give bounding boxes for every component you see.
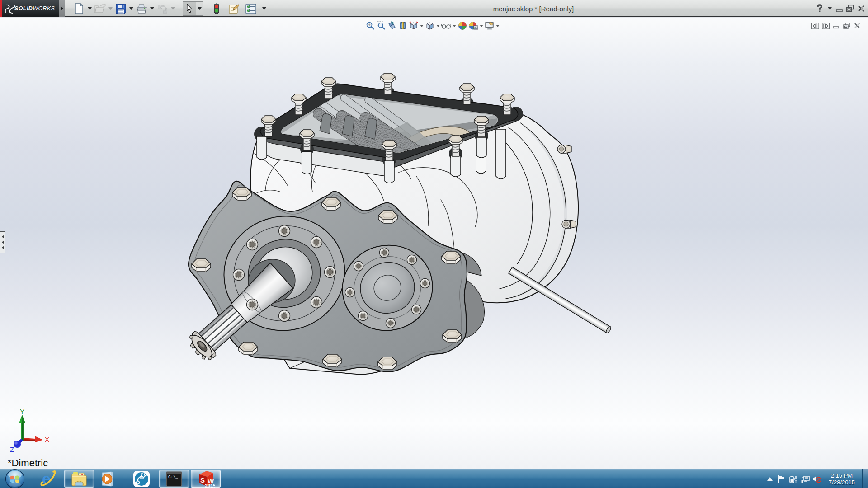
solidworks-ds-icon — [4, 3, 15, 15]
new-caret[interactable] — [86, 2, 93, 15]
restore-icon — [846, 5, 854, 13]
sw-letter-s: S — [200, 476, 205, 484]
view-orientation-caret[interactable] — [419, 20, 425, 31]
apply-scene-icon — [469, 21, 478, 30]
save-caret[interactable] — [127, 2, 135, 15]
view-orientation-button[interactable] — [408, 20, 419, 31]
battery-plug-icon — [789, 475, 797, 483]
brand-text: SOLIDWORKS — [14, 5, 55, 12]
triad-y-label: Y — [20, 408, 24, 415]
zoom-to-fit-button[interactable] — [365, 20, 376, 31]
taskbar: e — [0, 469, 868, 488]
brand-flyout-arrow[interactable] — [59, 0, 65, 17]
start-button[interactable] — [0, 470, 30, 488]
media-player-icon — [99, 470, 117, 488]
taskbar-item-command-prompt[interactable]: C:\_ — [159, 470, 189, 488]
action-center-button[interactable] — [776, 469, 788, 488]
titlebar: SOLIDWORKS — [0, 0, 868, 17]
gearbox-model[interactable] — [184, 73, 612, 375]
flyout-triangle-icon — [60, 6, 64, 11]
help-icon — [816, 4, 823, 13]
select-tool-combo — [183, 1, 203, 16]
rebuild-button[interactable] — [210, 2, 223, 15]
taskbar-item-internet-explorer[interactable]: e — [34, 470, 61, 488]
select-cursor-icon — [186, 4, 193, 13]
doc-minimize-button[interactable] — [831, 22, 841, 30]
options-button[interactable] — [244, 2, 258, 15]
featuretree-collapsed-tab[interactable] — [0, 231, 5, 253]
network-icon — [801, 475, 810, 483]
traffic-light-icon — [214, 3, 219, 14]
headsup-toolbar — [365, 20, 500, 32]
minimize-button[interactable] — [834, 5, 844, 13]
restore-button[interactable] — [844, 5, 855, 13]
doc-pin-right-button[interactable] — [821, 22, 831, 30]
view-orientation-label: *Dimetric — [8, 457, 48, 469]
collapse-arrow-icon — [2, 240, 4, 244]
hide-show-items-button[interactable] — [441, 20, 452, 31]
file-properties-icon — [228, 4, 239, 14]
brand-red-stripe — [0, 0, 2, 17]
select-button[interactable] — [183, 2, 196, 15]
open-caret[interactable] — [107, 2, 114, 15]
brand-solid: SOLID — [14, 5, 33, 12]
edit-appearance-button[interactable] — [457, 20, 468, 31]
graphics-viewport[interactable]: Y X Z *Dimetric — [0, 18, 868, 469]
save-button[interactable] — [114, 2, 127, 15]
hide-show-items-caret[interactable] — [452, 20, 457, 31]
doc-close-button[interactable] — [852, 22, 862, 30]
section-view-icon — [398, 21, 407, 30]
zoom-to-area-button[interactable] — [376, 20, 387, 31]
taskbar-item-windows-explorer[interactable] — [64, 470, 94, 488]
close-button[interactable] — [855, 5, 867, 12]
view-settings-button[interactable] — [484, 20, 495, 31]
display-style-caret[interactable] — [435, 20, 441, 31]
previous-view-icon — [387, 21, 397, 30]
view-orientation-icon — [409, 21, 419, 30]
network-button[interactable] — [799, 469, 811, 488]
show-desktop-button[interactable] — [862, 469, 868, 488]
show-hidden-icons-button[interactable] — [764, 469, 776, 488]
new-button[interactable] — [72, 2, 86, 15]
help-button[interactable] — [814, 4, 826, 13]
options-caret[interactable] — [260, 2, 268, 15]
speaker-muted-icon — [812, 475, 821, 483]
caret-down-icon — [171, 7, 175, 10]
window-title: menjac sklop * [Read-only] — [434, 0, 633, 17]
taskbar-item-solidworks[interactable]: S W 2015 — [191, 470, 221, 488]
window-controls — [814, 0, 867, 17]
apply-scene-caret[interactable] — [479, 20, 484, 31]
volume-button[interactable] — [811, 469, 823, 488]
taskbar-item-media-player[interactable] — [94, 470, 121, 488]
select-caret[interactable] — [196, 2, 203, 15]
save-floppy-icon — [116, 4, 126, 14]
caret-down-icon — [262, 7, 266, 10]
section-view-button[interactable] — [397, 20, 408, 31]
print-button[interactable] — [135, 2, 148, 15]
power-button[interactable] — [788, 469, 799, 488]
doc-pin-left-button[interactable] — [810, 22, 821, 30]
display-style-button[interactable] — [425, 20, 435, 31]
clock-time: 2:15 PM — [823, 472, 861, 479]
minimize-icon — [833, 23, 840, 29]
collapse-arrow-icon — [2, 246, 4, 249]
file-properties-button[interactable] — [227, 2, 241, 15]
doc-restore-button[interactable] — [841, 22, 852, 30]
print-caret[interactable] — [148, 2, 156, 15]
taskbar-clock[interactable]: 2:15 PM 7/28/2015 — [823, 472, 861, 486]
previous-view-button[interactable] — [387, 20, 397, 31]
undo-arrow-icon — [157, 4, 168, 14]
taskbar-item-composer[interactable] — [128, 470, 155, 488]
sw-year: 2015 — [205, 483, 215, 488]
collapse-arrow-icon — [2, 235, 4, 239]
view-settings-caret[interactable] — [495, 20, 500, 31]
caret-down-icon — [453, 25, 456, 27]
triad-z-label: Z — [10, 446, 14, 453]
apply-scene-button[interactable] — [468, 20, 479, 31]
help-caret[interactable] — [826, 7, 834, 10]
caret-down-icon — [496, 25, 500, 27]
solidworks-logo: SOLIDWORKS — [0, 0, 59, 17]
open-button[interactable] — [93, 2, 107, 15]
undo-button[interactable] — [156, 2, 169, 15]
undo-caret[interactable] — [169, 2, 176, 15]
